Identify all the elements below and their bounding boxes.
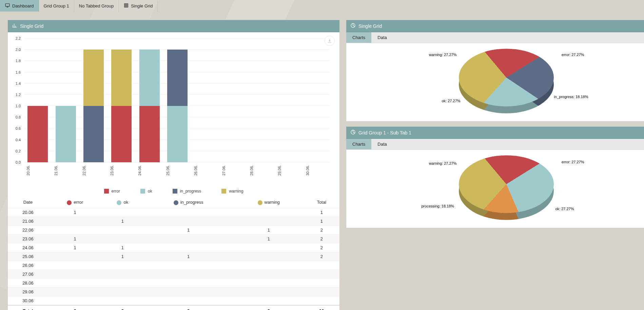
table-cell <box>102 278 143 287</box>
nav-tab-no-tabbed-group[interactable]: No Tabbed Group <box>74 0 119 12</box>
pie-disc[interactable] <box>459 155 554 213</box>
x-category-label: 26.06. <box>194 164 217 177</box>
table-cell: 2 <box>304 243 339 252</box>
table-cell: 1 <box>102 243 143 252</box>
panel-grid-group-1-sub-tab-1: Grid Group 1 - Sub Tab 1 Charts Data err… <box>346 126 644 228</box>
y-tick: 1.2 <box>16 93 21 97</box>
table-cell <box>304 287 339 296</box>
table-cell <box>102 225 143 234</box>
table-cell: 1 <box>234 234 304 243</box>
bar-segment-ok[interactable] <box>139 50 160 106</box>
x-category-label: 27.06. <box>222 164 245 177</box>
table-cell <box>143 287 234 296</box>
nav-tab-grid-group-1[interactable]: Grid Group 1 <box>39 0 74 12</box>
table-cell: 26.06 <box>8 261 48 270</box>
nav-tab-single-grid[interactable]: Single Grid <box>119 0 158 12</box>
bar-segment-ok[interactable] <box>167 106 188 162</box>
table-cell <box>234 296 304 305</box>
table-cell <box>143 217 234 225</box>
table-cell: 21.06 <box>8 217 48 225</box>
x-category-label: 21.06. <box>54 164 77 177</box>
table-cell <box>234 270 304 278</box>
table-row: 29.06 <box>8 287 339 296</box>
bar-chart-yaxis: 0.00.20.40.60.81.01.21.41.61.82.02.2 <box>8 38 23 162</box>
table-cell <box>48 287 102 296</box>
table-cell <box>48 278 102 287</box>
nav-tab-dashboard[interactable]: Dashboard <box>0 0 39 12</box>
table-row: 22.06112 <box>8 225 339 234</box>
panel-body: error: 27.27%ok: 27.27%processing: 18.18… <box>346 150 644 228</box>
table-cell <box>102 208 143 217</box>
table-cell <box>304 278 339 287</box>
table-cell: 30.06 <box>8 296 48 305</box>
subtab-charts[interactable]: Charts <box>346 139 371 149</box>
grid-icon <box>123 3 129 9</box>
table-cell: 2 <box>304 225 339 234</box>
pie-label-ok: ok: 27.27% <box>555 207 574 211</box>
y-tick: 0.2 <box>16 149 21 153</box>
table-cell: 22.06 <box>8 225 48 234</box>
download-button[interactable] <box>325 36 335 46</box>
pie-label-processing: processing: 18.18% <box>422 204 454 208</box>
subtab-data[interactable]: Data <box>371 32 393 43</box>
table-body: 20.061121.061122.0611223.0611224.0611225… <box>8 208 339 305</box>
table-cell: 2 <box>304 234 339 243</box>
panel-header: Grid Group 1 - Sub Tab 1 <box>346 127 644 139</box>
y-tick: 0.4 <box>16 138 21 142</box>
table-cell: 1 <box>48 234 102 243</box>
table-row: 23.06112 <box>8 234 339 243</box>
table-footer-cell: 3 <box>102 305 143 310</box>
col-header: Total <box>304 197 339 208</box>
pie-label-error: error: 27.27% <box>562 160 584 164</box>
bar-slot: 21.06. <box>54 106 77 162</box>
bar-segment-in_progress[interactable] <box>167 50 188 106</box>
bar-segment-warning[interactable] <box>83 50 104 106</box>
bar-segment-warning[interactable] <box>111 50 132 106</box>
y-tick: 1.6 <box>16 70 21 74</box>
col-header: error <box>48 197 102 208</box>
pie-disc[interactable] <box>459 49 554 106</box>
subtab-data[interactable]: Data <box>371 139 393 149</box>
table-cell <box>102 270 143 278</box>
table-footer-cell: 2 <box>143 305 234 310</box>
right-column: Single Grid Charts Data error: 27.27%in_… <box>346 20 644 310</box>
table-cell: 25.06 <box>8 252 48 261</box>
y-tick: 0.0 <box>16 160 21 164</box>
bar-slot: 20.06. <box>26 106 49 162</box>
legend-item-in_progress[interactable]: in_progress <box>173 189 201 194</box>
workspace: Single Grid 0.00.20.40.60.81.01.21.41.61… <box>0 12 644 310</box>
table-cell <box>304 270 339 278</box>
y-tick: 2.0 <box>16 48 21 52</box>
col-header: warning <box>234 197 304 208</box>
table-cell <box>143 261 234 270</box>
bar-segment-error[interactable] <box>111 106 132 162</box>
bar-segment-in_progress[interactable] <box>83 106 104 162</box>
y-tick: 2.2 <box>16 36 21 40</box>
table-cell <box>48 296 102 305</box>
bar-segment-error[interactable] <box>27 106 48 162</box>
legend-item-ok[interactable]: ok <box>140 189 152 194</box>
table-cell <box>102 234 143 243</box>
bar-segment-error[interactable] <box>139 106 160 162</box>
table-footer-cell: 2 <box>234 305 304 310</box>
panel-title: Single Grid <box>358 23 382 29</box>
legend-item-error[interactable]: error <box>104 189 120 194</box>
table-cell <box>48 270 102 278</box>
pie-label-warning: warning: 27.27% <box>429 53 457 57</box>
table-cell <box>48 225 102 234</box>
col-header: ok <box>102 197 143 208</box>
bar-slot: 22.06. <box>82 50 105 162</box>
pie-label-warning: warning: 27.27% <box>429 161 457 165</box>
table-cell <box>102 296 143 305</box>
table-cell <box>234 208 304 217</box>
table-cell <box>234 287 304 296</box>
bar-segment-ok[interactable] <box>56 106 76 162</box>
y-tick: 0.8 <box>16 115 21 119</box>
data-table: Dateerrorokin_progresswarningTotal 20.06… <box>8 197 339 310</box>
table-cell <box>304 261 339 270</box>
subtab-charts[interactable]: Charts <box>346 32 371 43</box>
legend-item-warning[interactable]: warning <box>221 189 243 194</box>
y-tick: 1.8 <box>16 59 21 63</box>
table-row: 21.0611 <box>8 217 339 225</box>
table-cell: 1 <box>102 252 143 261</box>
